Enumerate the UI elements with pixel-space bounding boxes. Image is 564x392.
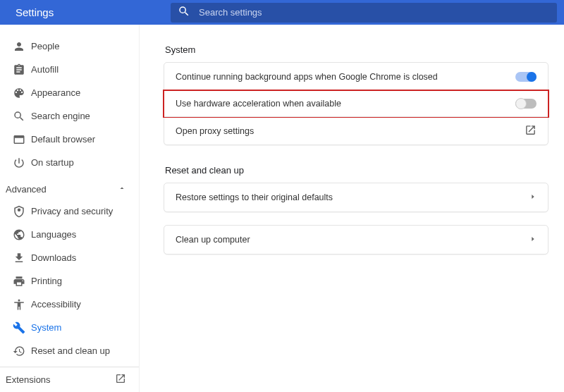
print-icon xyxy=(13,275,31,288)
section-title-reset: Reset and clean up xyxy=(165,165,548,176)
shield-icon xyxy=(13,205,31,218)
sidebar-item-languages[interactable]: Languages xyxy=(0,223,139,246)
row-restore-defaults[interactable]: Restore settings to their original defau… xyxy=(164,183,548,212)
sidebar: People Autofill Appearance Search engine… xyxy=(0,25,140,392)
wrench-icon xyxy=(13,321,31,334)
person-icon xyxy=(13,40,31,53)
row-label: Continue running background apps when Go… xyxy=(176,72,438,82)
sidebar-item-label: Privacy and security xyxy=(31,206,113,216)
sidebar-item-downloads[interactable]: Downloads xyxy=(0,246,139,269)
power-icon xyxy=(13,157,31,169)
row-label: Restore settings to their original defau… xyxy=(176,192,333,202)
palette-icon xyxy=(13,87,31,99)
row-label: Use hardware acceleration when available xyxy=(176,99,341,109)
sidebar-item-accessibility[interactable]: Accessibility xyxy=(0,293,139,316)
chevron-right-icon xyxy=(529,235,537,245)
sidebar-item-label: On startup xyxy=(31,157,74,168)
extensions-label: Extensions xyxy=(6,374,51,385)
sidebar-item-label: Search engine xyxy=(31,111,90,121)
sidebar-item-label: People xyxy=(31,41,59,51)
toggle-background-apps[interactable] xyxy=(515,72,537,82)
open-external-icon xyxy=(525,124,537,138)
settings-title: Settings xyxy=(16,6,54,18)
sidebar-item-label: Accessibility xyxy=(31,299,81,310)
sidebar-item-label: Languages xyxy=(31,229,76,240)
row-label: Clean up computer xyxy=(176,235,250,245)
section-title-system: System xyxy=(165,44,548,55)
search-icon xyxy=(13,110,31,123)
restore-icon xyxy=(13,345,31,357)
sidebar-item-privacy[interactable]: Privacy and security xyxy=(0,200,139,223)
sidebar-item-reset[interactable]: Reset and clean up xyxy=(0,339,139,362)
row-hardware-acceleration[interactable]: Use hardware acceleration when available xyxy=(163,90,549,118)
reset-card: Restore settings to their original defau… xyxy=(164,183,548,212)
system-card: Continue running background apps when Go… xyxy=(164,62,548,145)
header: Settings xyxy=(0,0,564,25)
sidebar-advanced-toggle[interactable]: Advanced xyxy=(0,178,139,200)
accessibility-icon xyxy=(13,298,31,311)
globe-icon xyxy=(13,228,31,241)
settings-title-area: Settings xyxy=(0,0,164,25)
advanced-label: Advanced xyxy=(6,184,47,195)
download-icon xyxy=(13,252,31,264)
search-icon xyxy=(178,5,199,20)
row-background-apps[interactable]: Continue running background apps when Go… xyxy=(164,63,548,91)
sidebar-item-label: Default browser xyxy=(31,134,95,145)
search-area xyxy=(164,0,564,25)
row-label: Open proxy settings xyxy=(176,126,254,136)
sidebar-item-appearance[interactable]: Appearance xyxy=(0,81,139,104)
sidebar-item-on-startup[interactable]: On startup xyxy=(0,151,139,174)
open-external-icon xyxy=(115,373,126,386)
sidebar-item-label: System xyxy=(31,322,61,333)
sidebar-item-label: Printing xyxy=(31,276,62,286)
sidebar-item-people[interactable]: People xyxy=(0,35,139,58)
sidebar-item-label: Appearance xyxy=(31,87,80,98)
divider xyxy=(0,367,139,367)
sidebar-item-printing[interactable]: Printing xyxy=(0,269,139,293)
sidebar-item-extensions[interactable]: Extensions xyxy=(0,372,139,388)
sidebar-item-autofill[interactable]: Autofill xyxy=(0,58,139,81)
search-input[interactable] xyxy=(199,7,550,18)
sidebar-item-label: Autofill xyxy=(31,64,59,75)
browser-icon xyxy=(13,133,31,146)
sidebar-item-system[interactable]: System xyxy=(0,316,139,339)
row-proxy-settings[interactable]: Open proxy settings xyxy=(164,116,548,145)
sidebar-item-search-engine[interactable]: Search engine xyxy=(0,104,139,128)
toggle-hardware-acceleration[interactable] xyxy=(515,99,537,109)
search-box[interactable] xyxy=(171,3,557,23)
clipboard-icon xyxy=(13,63,31,76)
sidebar-item-default-browser[interactable]: Default browser xyxy=(0,128,139,151)
sidebar-item-label: Downloads xyxy=(31,252,76,263)
cleanup-card: Clean up computer xyxy=(164,225,548,255)
sidebar-item-label: Reset and clean up xyxy=(31,345,110,356)
row-cleanup-computer[interactable]: Clean up computer xyxy=(164,226,548,254)
chevron-up-icon xyxy=(118,184,126,195)
main-content: System Continue running background apps … xyxy=(140,25,564,392)
chevron-right-icon xyxy=(529,192,537,202)
